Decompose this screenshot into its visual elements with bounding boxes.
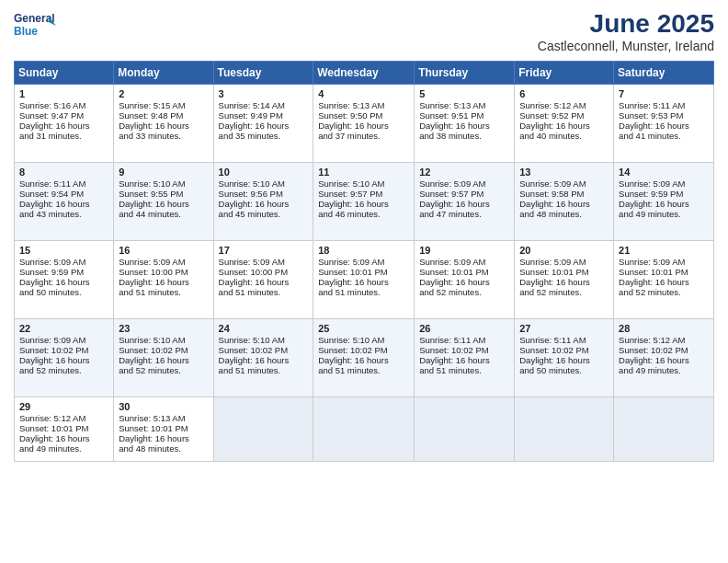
day-number: 18 <box>318 245 409 256</box>
day-info-line: Sunset: 10:02 PM <box>619 345 709 355</box>
day-info-line: and 33 minutes. <box>119 131 208 141</box>
weekday-header-wednesday: Wednesday <box>313 62 415 85</box>
day-info-line: Daylight: 16 hours <box>19 121 108 131</box>
day-info-line: and 51 minutes. <box>318 365 409 375</box>
weekday-header-tuesday: Tuesday <box>213 62 313 85</box>
day-info-line: Sunrise: 5:09 AM <box>519 178 609 189</box>
day-info-line: Sunrise: 5:11 AM <box>619 100 709 110</box>
calendar-cell: 16Sunrise: 5:09 AMSunset: 10:00 PMDaylig… <box>114 241 213 319</box>
day-number: 25 <box>318 323 409 334</box>
day-info-line: Sunset: 9:51 PM <box>419 110 509 121</box>
day-info-line: Sunset: 9:59 PM <box>619 189 709 199</box>
day-info-line: Daylight: 16 hours <box>419 355 509 365</box>
day-info-line: Sunset: 10:02 PM <box>318 345 409 355</box>
calendar-cell: 7Sunrise: 5:11 AMSunset: 9:53 PMDaylight… <box>614 85 714 163</box>
day-info-line: Daylight: 16 hours <box>119 121 208 131</box>
day-info-line: Sunrise: 5:12 AM <box>19 413 108 423</box>
day-info-line: Daylight: 16 hours <box>519 199 609 209</box>
day-info-line: and 47 minutes. <box>419 209 509 219</box>
day-number: 12 <box>419 167 509 178</box>
weekday-header-friday: Friday <box>515 62 614 85</box>
day-info-line: Sunset: 9:52 PM <box>519 110 609 121</box>
day-info-line: and 52 minutes. <box>419 287 509 297</box>
calendar-cell: 3Sunrise: 5:14 AMSunset: 9:49 PMDaylight… <box>213 85 313 163</box>
day-info-line: Daylight: 16 hours <box>419 277 509 287</box>
day-info-line: Sunset: 10:02 PM <box>219 345 309 355</box>
logo: GeneralBlue <box>14 9 60 41</box>
calendar-cell: 26Sunrise: 5:11 AMSunset: 10:02 PMDaylig… <box>415 319 515 397</box>
calendar-cell: 18Sunrise: 5:09 AMSunset: 10:01 PMDaylig… <box>313 241 415 319</box>
day-info-line: Daylight: 16 hours <box>519 277 609 287</box>
day-info-line: Sunrise: 5:09 AM <box>19 335 108 345</box>
day-info-line: Sunrise: 5:12 AM <box>519 100 609 110</box>
day-info-line: Sunset: 9:55 PM <box>119 189 208 199</box>
day-info-line: Sunset: 9:50 PM <box>318 110 409 121</box>
day-info-line: and 51 minutes. <box>219 287 309 297</box>
title-section: June 2025 Castleconnell, Munster, Irelan… <box>538 9 714 53</box>
calendar-cell: 21Sunrise: 5:09 AMSunset: 10:01 PMDaylig… <box>614 241 714 319</box>
day-info-line: Sunrise: 5:10 AM <box>318 335 409 345</box>
calendar-cell: 17Sunrise: 5:09 AMSunset: 10:00 PMDaylig… <box>213 241 313 319</box>
day-number: 10 <box>219 167 309 178</box>
calendar-cell: 2Sunrise: 5:15 AMSunset: 9:48 PMDaylight… <box>114 85 213 163</box>
calendar-table: SundayMondayTuesdayWednesdayThursdayFrid… <box>14 61 714 462</box>
day-info-line: Sunset: 9:56 PM <box>219 189 309 199</box>
day-info-line: Sunset: 9:58 PM <box>519 189 609 199</box>
calendar-cell: 6Sunrise: 5:12 AMSunset: 9:52 PMDaylight… <box>515 85 614 163</box>
day-info-line: Daylight: 16 hours <box>318 121 409 131</box>
day-number: 26 <box>419 323 509 334</box>
day-number: 7 <box>619 88 709 99</box>
day-info-line: Daylight: 16 hours <box>119 277 208 287</box>
day-info-line: Sunset: 10:01 PM <box>519 267 609 277</box>
day-info-line: Sunrise: 5:11 AM <box>519 335 609 345</box>
calendar-cell: 12Sunrise: 5:09 AMSunset: 9:57 PMDayligh… <box>415 163 515 241</box>
day-info-line: Daylight: 16 hours <box>619 355 709 365</box>
day-info-line: Sunrise: 5:14 AM <box>219 100 309 110</box>
day-number: 23 <box>119 323 208 334</box>
calendar-cell <box>614 397 714 462</box>
day-info-line: Sunrise: 5:11 AM <box>419 335 509 345</box>
day-info-line: and 43 minutes. <box>19 209 108 219</box>
day-info-line: Daylight: 16 hours <box>219 355 309 365</box>
day-info-line: Sunset: 9:57 PM <box>419 189 509 199</box>
day-info-line: Sunrise: 5:13 AM <box>419 100 509 110</box>
day-info-line: Sunrise: 5:10 AM <box>119 335 208 345</box>
day-info-line: Sunset: 9:57 PM <box>318 189 409 199</box>
day-info-line: Sunrise: 5:10 AM <box>219 178 309 189</box>
calendar-cell: 27Sunrise: 5:11 AMSunset: 10:02 PMDaylig… <box>515 319 614 397</box>
calendar-cell: 23Sunrise: 5:10 AMSunset: 10:02 PMDaylig… <box>114 319 213 397</box>
main-title: June 2025 <box>538 9 714 39</box>
calendar-cell: 8Sunrise: 5:11 AMSunset: 9:54 PMDaylight… <box>15 163 114 241</box>
day-info-line: Sunset: 10:01 PM <box>119 423 208 433</box>
calendar-cell: 11Sunrise: 5:10 AMSunset: 9:57 PMDayligh… <box>313 163 415 241</box>
day-info-line: and 52 minutes. <box>519 287 609 297</box>
day-info-line: Sunrise: 5:09 AM <box>219 257 309 267</box>
day-number: 9 <box>119 167 208 178</box>
day-number: 21 <box>619 245 709 256</box>
day-number: 28 <box>619 323 709 334</box>
day-info-line: Sunrise: 5:13 AM <box>318 100 409 110</box>
day-info-line: and 51 minutes. <box>219 365 309 375</box>
day-info-line: Daylight: 16 hours <box>318 355 409 365</box>
day-info-line: Sunrise: 5:10 AM <box>119 178 208 189</box>
day-number: 22 <box>19 323 108 334</box>
header: GeneralBlue June 2025 Castleconnell, Mun… <box>14 9 714 53</box>
day-info-line: Sunrise: 5:09 AM <box>119 257 208 267</box>
day-number: 17 <box>219 245 309 256</box>
calendar-cell: 15Sunrise: 5:09 AMSunset: 9:59 PMDayligh… <box>15 241 114 319</box>
day-info-line: Sunset: 9:48 PM <box>119 110 208 121</box>
calendar-row-3: 22Sunrise: 5:09 AMSunset: 10:02 PMDaylig… <box>15 319 714 397</box>
calendar-cell: 1Sunrise: 5:16 AMSunset: 9:47 PMDaylight… <box>15 85 114 163</box>
calendar-cell: 9Sunrise: 5:10 AMSunset: 9:55 PMDaylight… <box>114 163 213 241</box>
day-number: 30 <box>119 401 208 412</box>
day-info-line: Daylight: 16 hours <box>619 199 709 209</box>
calendar-cell: 29Sunrise: 5:12 AMSunset: 10:01 PMDaylig… <box>15 397 114 462</box>
weekday-header-monday: Monday <box>114 62 213 85</box>
calendar-cell: 22Sunrise: 5:09 AMSunset: 10:02 PMDaylig… <box>15 319 114 397</box>
day-info-line: and 40 minutes. <box>519 131 609 141</box>
day-info-line: Daylight: 16 hours <box>619 277 709 287</box>
day-info-line: Daylight: 16 hours <box>219 277 309 287</box>
calendar-cell <box>313 397 415 462</box>
day-info-line: Daylight: 16 hours <box>419 199 509 209</box>
day-info-line: and 37 minutes. <box>318 131 409 141</box>
